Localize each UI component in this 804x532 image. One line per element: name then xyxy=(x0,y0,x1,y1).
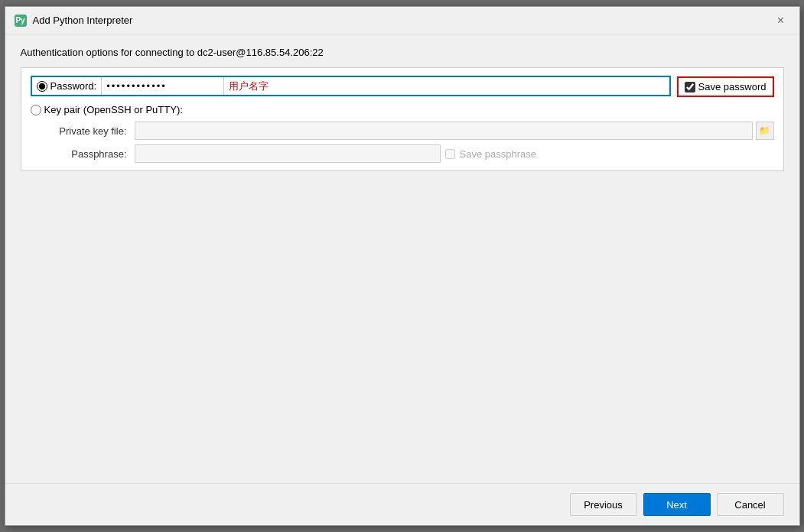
passphrase-row: Save passphrase xyxy=(135,144,774,163)
title-bar: Py Add Python Interpreter × xyxy=(5,7,799,34)
save-password-checkbox[interactable] xyxy=(685,82,695,92)
dialog-body: Authentication options for connecting to… xyxy=(5,34,799,483)
folder-icon: 📁 xyxy=(759,125,770,136)
keypair-option-row: Key pair (OpenSSH or PuTTY): xyxy=(31,104,774,115)
keypair-label: Key pair (OpenSSH or PuTTY): xyxy=(44,104,183,115)
dialog-footer: Previous Next Cancel xyxy=(5,483,799,525)
private-key-row: 📁 xyxy=(135,122,774,140)
browse-button[interactable]: 📁 xyxy=(756,122,774,140)
passphrase-input[interactable] xyxy=(135,144,441,163)
save-password-container: Save password xyxy=(677,76,774,97)
password-radio[interactable] xyxy=(37,81,47,92)
auth-section: Password: Save password Key pair (OpenSS… xyxy=(21,67,784,171)
save-password-label: Save password xyxy=(698,81,767,92)
passphrase-label: Passphrase: xyxy=(46,148,130,160)
private-key-input[interactable] xyxy=(135,122,753,140)
password-label: Password: xyxy=(50,80,97,92)
password-radio-container: Password: xyxy=(32,77,103,95)
save-passphrase-checkbox[interactable] xyxy=(445,149,455,159)
save-passphrase-label: Save passphrase xyxy=(460,148,536,160)
private-key-label: Private key file: xyxy=(46,125,130,137)
connection-subtitle: Authentication options for connecting to… xyxy=(21,47,784,58)
add-python-interpreter-dialog: Py Add Python Interpreter × Authenticati… xyxy=(5,6,800,526)
next-button[interactable]: Next xyxy=(643,493,711,516)
password-row: Password: xyxy=(31,76,671,96)
cancel-button[interactable]: Cancel xyxy=(717,493,784,516)
password-input[interactable] xyxy=(102,77,224,95)
password-option-row: Password: Save password xyxy=(31,76,774,98)
app-icon: Py xyxy=(15,15,27,27)
keypair-radio[interactable] xyxy=(31,105,41,115)
username-input[interactable] xyxy=(224,77,669,95)
title-bar-left: Py Add Python Interpreter xyxy=(15,15,133,27)
previous-button[interactable]: Previous xyxy=(570,493,637,516)
keypair-fields: Private key file: 📁 Passphrase: Save pas… xyxy=(46,122,774,163)
dialog-title: Add Python Interpreter xyxy=(33,15,133,26)
close-button[interactable]: × xyxy=(772,11,790,30)
